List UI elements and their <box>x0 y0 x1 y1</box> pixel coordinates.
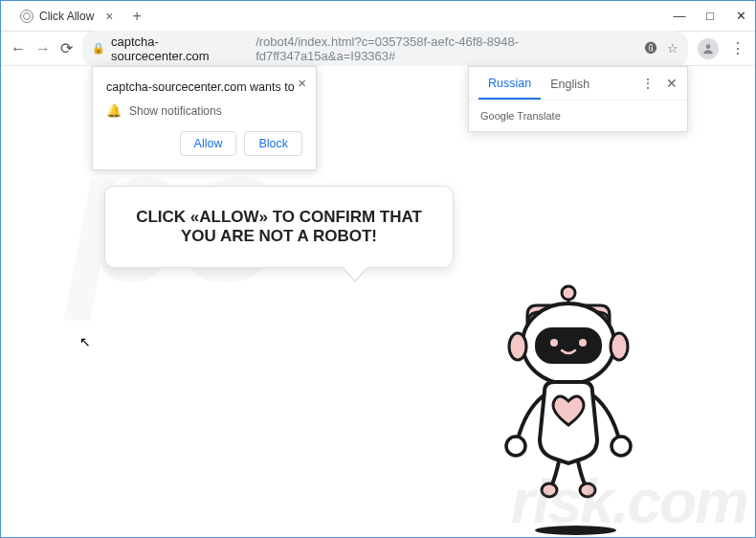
close-icon[interactable]: × <box>298 75 306 91</box>
svg-point-5 <box>611 333 628 360</box>
translate-provider: Google Translate <box>469 100 687 131</box>
back-button[interactable]: ← <box>11 40 26 57</box>
translate-icon[interactable]: 🅖 <box>645 41 657 56</box>
browser-toolbar: ← → ⟳ 🔒 captcha-sourcecenter.com/robot4/… <box>1 32 755 66</box>
robot-illustration <box>487 272 650 511</box>
svg-point-12 <box>580 483 595 497</box>
tab-close-icon[interactable]: × <box>105 9 113 24</box>
allow-button[interactable]: Allow <box>180 131 237 156</box>
speech-bubble: CLICK «ALLOW» TO CONFIRM THAT YOU ARE NO… <box>104 186 454 268</box>
cursor-icon: ↖ <box>79 334 91 349</box>
translate-close-icon[interactable]: ✕ <box>666 76 678 91</box>
svg-point-4 <box>509 333 526 360</box>
notification-origin: captcha-sourcecenter.com wants to <box>106 80 302 94</box>
block-button[interactable]: Block <box>244 131 302 156</box>
translate-tab-english[interactable]: English <box>541 68 599 99</box>
svg-point-10 <box>611 437 631 456</box>
forward-button[interactable]: → <box>35 40 51 57</box>
menu-icon[interactable]: ⋮ <box>730 39 745 57</box>
translate-popup: Russian English ⋮ ✕ Google Translate <box>468 66 688 132</box>
url-path: /robot4/index.html?c=0357358f-aefc-46f8-… <box>256 34 639 63</box>
robot-shadow <box>535 526 616 535</box>
tab-title: Click Allow <box>39 10 94 23</box>
title-bar: Click Allow × + — □ ✕ <box>1 1 755 32</box>
page-content: pc × captcha-sourcecenter.com wants to 🔔… <box>1 66 755 537</box>
notification-permission-label: Show notifications <box>129 104 222 118</box>
profile-avatar[interactable] <box>698 38 719 59</box>
new-tab-button[interactable]: + <box>133 8 142 25</box>
url-domain: captcha-sourcecenter.com <box>111 34 250 63</box>
bookmark-icon[interactable]: ☆ <box>667 41 678 56</box>
browser-tab[interactable]: Click Allow × <box>9 3 125 30</box>
translate-tab-russian[interactable]: Russian <box>478 67 541 100</box>
svg-rect-6 <box>535 327 602 364</box>
address-bar[interactable]: 🔒 captcha-sourcecenter.com/robot4/index.… <box>82 31 688 67</box>
translate-options-icon[interactable]: ⋮ <box>641 76 655 91</box>
main-message: CLICK «ALLOW» TO CONFIRM THAT YOU ARE NO… <box>136 208 422 245</box>
svg-point-7 <box>550 339 558 347</box>
bell-icon: 🔔 <box>106 103 122 118</box>
maximize-button[interactable]: □ <box>703 9 717 23</box>
lock-icon: 🔒 <box>92 42 105 55</box>
window-close-button[interactable]: ✕ <box>734 9 747 23</box>
svg-point-8 <box>579 339 587 347</box>
svg-point-0 <box>706 44 711 49</box>
svg-point-1 <box>562 286 575 300</box>
reload-button[interactable]: ⟳ <box>60 39 73 57</box>
svg-point-11 <box>542 483 557 497</box>
svg-point-9 <box>506 437 525 456</box>
globe-icon <box>20 10 33 23</box>
notification-permission-popup: × captcha-sourcecenter.com wants to 🔔 Sh… <box>92 66 317 170</box>
minimize-button[interactable]: — <box>673 9 686 23</box>
